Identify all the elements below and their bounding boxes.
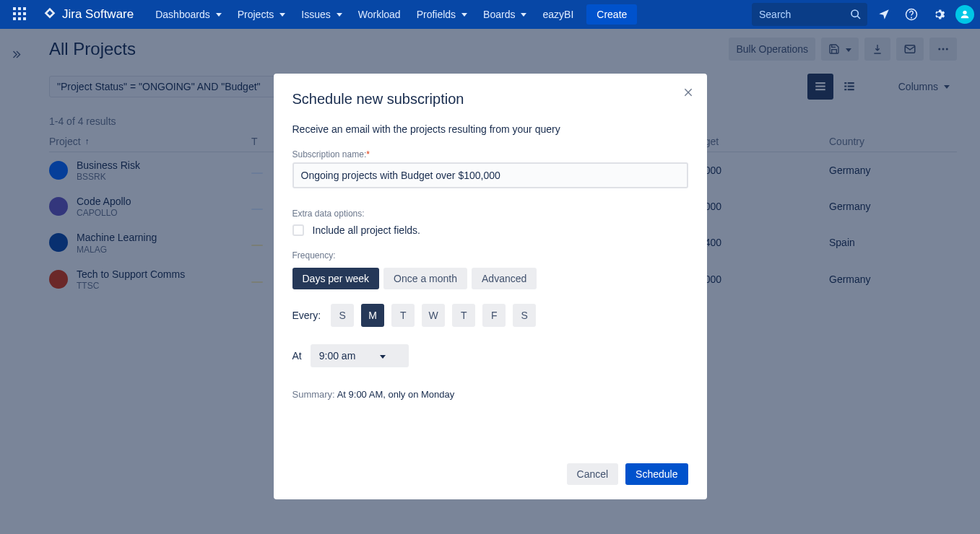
day-sun[interactable]: S (331, 304, 354, 327)
chevron-down-icon (377, 350, 386, 362)
nav-workload[interactable]: Workload (351, 4, 408, 25)
days-row: Every: S M T W T F S (292, 304, 688, 327)
nav-dashboards[interactable]: Dashboards (148, 4, 229, 25)
svg-rect-3 (13, 12, 16, 15)
modal-description: Receive an email with the projects resul… (292, 123, 688, 135)
frequency-tabs: Days per week Once a month Advanced (292, 268, 688, 289)
include-all-row: Include all project fields. (292, 224, 688, 236)
schedule-modal: Schedule new subscription Receive an ema… (274, 74, 707, 499)
summary-line: Summary: At 9:00 AM, only on Monday (292, 389, 688, 400)
user-avatar[interactable] (955, 5, 974, 24)
freq-once-a-month[interactable]: Once a month (383, 268, 467, 289)
search-icon (850, 9, 862, 22)
modal-overlay: Schedule new subscription Receive an ema… (0, 29, 980, 534)
svg-rect-4 (18, 12, 21, 15)
nav-links: Dashboards Projects Issues Workload Prof… (148, 4, 637, 25)
svg-rect-1 (18, 7, 21, 10)
freq-advanced[interactable]: Advanced (472, 268, 537, 289)
include-all-checkbox[interactable] (292, 224, 304, 236)
modal-footer: Cancel Schedule (292, 463, 688, 485)
day-wed[interactable]: W (422, 304, 445, 327)
day-sat[interactable]: S (513, 304, 536, 327)
nav-eazybi[interactable]: eazyBI (535, 4, 581, 25)
time-select[interactable]: 9:00 am (311, 344, 409, 367)
svg-rect-2 (23, 7, 26, 10)
create-button[interactable]: Create (586, 4, 637, 25)
freq-days-per-week[interactable]: Days per week (292, 268, 380, 289)
time-row: At 9:00 am (292, 344, 688, 367)
at-label: At (292, 350, 302, 362)
nav-boards[interactable]: Boards (476, 4, 534, 25)
nav-issues[interactable]: Issues (294, 4, 349, 25)
cancel-button[interactable]: Cancel (567, 463, 619, 485)
brand-text: Jira Software (62, 7, 134, 22)
svg-point-9 (851, 10, 858, 17)
svg-line-10 (857, 16, 860, 19)
svg-rect-5 (23, 12, 26, 15)
svg-rect-0 (13, 7, 16, 10)
subscription-name-label: Subscription name:* (292, 149, 688, 159)
schedule-button[interactable]: Schedule (625, 463, 688, 485)
close-icon (682, 87, 694, 98)
close-button[interactable] (682, 87, 694, 102)
every-label: Every: (292, 310, 321, 321)
day-mon[interactable]: M (361, 304, 384, 327)
svg-point-13 (963, 11, 966, 14)
include-all-label: Include all project fields. (313, 224, 420, 236)
day-thu[interactable]: T (452, 304, 475, 327)
search-wrapper (752, 3, 867, 26)
subscription-name-input[interactable] (292, 162, 688, 188)
svg-rect-8 (23, 17, 26, 20)
svg-rect-6 (13, 17, 16, 20)
extra-data-label: Extra data options: (292, 209, 688, 219)
jira-logo[interactable]: Jira Software (33, 6, 142, 22)
jira-icon (42, 6, 58, 22)
app-switcher-icon[interactable] (6, 7, 33, 22)
modal-title: Schedule new subscription (292, 91, 688, 108)
day-tue[interactable]: T (391, 304, 415, 327)
nav-right (752, 3, 974, 26)
nav-profields[interactable]: Profields (409, 4, 474, 25)
page-body: All Projects Bulk Operations (0, 29, 980, 534)
frequency-label: Frequency: (292, 250, 688, 261)
settings-icon[interactable] (928, 4, 950, 25)
notifications-icon[interactable] (873, 4, 895, 25)
nav-projects[interactable]: Projects (230, 4, 293, 25)
svg-rect-7 (18, 17, 21, 20)
day-fri[interactable]: F (482, 304, 506, 327)
top-navigation: Jira Software Dashboards Projects Issues… (0, 0, 980, 29)
svg-point-12 (911, 17, 912, 18)
help-icon[interactable] (901, 4, 922, 25)
